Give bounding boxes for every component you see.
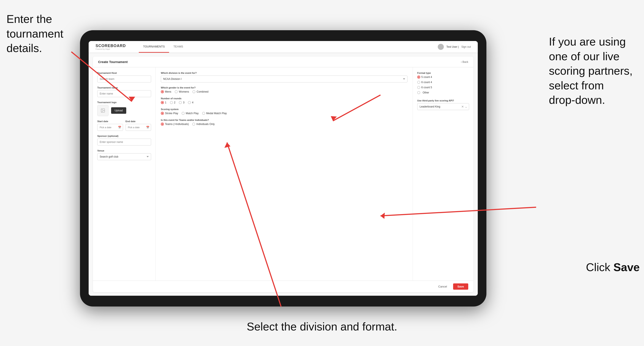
- scoring-medal[interactable]: Medal Match Play: [202, 112, 227, 115]
- start-date-label: Start date: [97, 120, 123, 123]
- format-6count4[interactable]: 6 count 4: [417, 81, 469, 84]
- col-left: Tournament Host Tournament name Tourname…: [93, 67, 156, 281]
- format-other-label: Other: [423, 91, 429, 94]
- rounds-4-radio[interactable]: [188, 101, 191, 104]
- tournament-name-label: Tournament name: [97, 86, 151, 89]
- rounds-4[interactable]: 4: [188, 101, 194, 104]
- end-date-label: End date: [126, 120, 151, 123]
- calendar-icon-end: 📅: [146, 126, 150, 129]
- nav-tab-tournaments[interactable]: TOURNAMENTS: [139, 41, 169, 53]
- format-6count5-radio[interactable]: [417, 86, 420, 89]
- scoring-medal-label: Medal Match Play: [206, 112, 227, 115]
- rounds-1-radio[interactable]: [161, 101, 164, 104]
- tablet-screen: SCOREBOARD Powered by Clippit TOURNAMENT…: [89, 41, 478, 296]
- app-body: Create Tournament ‹ Back Tournament Host…: [89, 53, 478, 296]
- rounds-3-label: 3: [183, 101, 184, 104]
- scoring-radio-group: Stroke Play Match Play Medal Match Play: [161, 112, 408, 115]
- venue-select[interactable]: Search golf club: [97, 153, 151, 160]
- gender-radio-group: Mens Womens Combined: [161, 90, 408, 93]
- tablet-frame: SCOREBOARD Powered by Clippit TOURNAMENT…: [80, 30, 486, 307]
- gender-label: Which gender is the event for?: [161, 86, 408, 89]
- gender-womens[interactable]: Womens: [175, 90, 189, 93]
- gender-combined-label: Combined: [196, 90, 208, 93]
- nav-tab-teams[interactable]: TEAMS: [169, 41, 188, 53]
- scoring-match[interactable]: Match Play: [182, 112, 198, 115]
- rounds-radio-group: 1 2 3: [161, 101, 408, 104]
- event-for-group: Is this event for Teams and/or Individua…: [161, 119, 408, 126]
- gender-group: Which gender is the event for? Mens Wome…: [161, 86, 408, 93]
- scoring-stroke-radio[interactable]: [161, 112, 164, 115]
- event-teams[interactable]: Teams (+Individuals): [161, 123, 189, 126]
- annotation-division: Select the division and format.: [247, 320, 397, 334]
- format-other[interactable]: Other: [417, 91, 469, 94]
- event-individuals[interactable]: Individuals Only: [192, 123, 215, 126]
- live-scoring-label: Use third-party live scoring API?: [417, 99, 469, 102]
- tournament-name-input[interactable]: [97, 90, 151, 97]
- rounds-label: Number of rounds: [161, 97, 408, 100]
- format-6count4-label: 6 count 4: [421, 81, 432, 84]
- back-button[interactable]: ‹ Back: [461, 60, 468, 63]
- event-teams-label: Teams (+Individuals): [165, 123, 189, 126]
- gender-combined-radio[interactable]: [192, 90, 196, 93]
- panel-title: Create Tournament: [98, 60, 128, 64]
- scoring-match-radio[interactable]: [182, 112, 184, 115]
- upload-button[interactable]: Upload: [111, 107, 126, 114]
- gender-combined[interactable]: Combined: [192, 90, 208, 93]
- other-option: Other: [417, 91, 469, 94]
- end-date-group: End date 📅: [126, 120, 151, 131]
- app-logo: SCOREBOARD: [96, 44, 126, 48]
- format-6count5-label: 6 count 5: [421, 86, 432, 89]
- live-scoring-clear-icon[interactable]: ✕ ⌄: [461, 105, 468, 108]
- format-type-group: Format type 5 count 4 6 count 4: [417, 72, 469, 94]
- scoring-medal-radio[interactable]: [202, 112, 205, 115]
- start-date-wrap: 📅: [97, 124, 123, 131]
- gender-mens[interactable]: Mens: [161, 90, 171, 93]
- sponsor-group: Sponsor (optional): [97, 135, 151, 146]
- gender-mens-label: Mens: [165, 90, 171, 93]
- rounds-2-radio[interactable]: [170, 101, 173, 104]
- sign-out-link[interactable]: Sign out: [461, 45, 471, 48]
- event-teams-radio[interactable]: [161, 123, 164, 126]
- panel-header: Create Tournament ‹ Back: [93, 57, 474, 67]
- gender-mens-radio[interactable]: [161, 90, 164, 93]
- tournament-logo-group: Tournament logo Upload: [97, 101, 151, 116]
- format-5count4-radio[interactable]: [417, 76, 420, 79]
- sponsor-label: Sponsor (optional): [97, 135, 151, 137]
- scoring-stroke[interactable]: Stroke Play: [161, 112, 178, 115]
- rounds-1[interactable]: 1: [161, 101, 166, 104]
- format-other-radio[interactable]: [417, 91, 420, 94]
- rounds-1-label: 1: [165, 101, 166, 104]
- division-select[interactable]: NCAA Division I: [161, 76, 408, 82]
- rounds-3[interactable]: 3: [179, 101, 184, 104]
- panel-body: Tournament Host Tournament name Tourname…: [93, 67, 474, 281]
- logo-placeholder-icon: [97, 105, 108, 116]
- tournament-host-label: Tournament Host: [97, 72, 151, 74]
- logo-upload-area: Upload: [97, 105, 151, 116]
- rounds-3-radio[interactable]: [179, 101, 182, 104]
- nav-tabs: TOURNAMENTS TEAMS: [139, 41, 188, 53]
- annotation-live-scoring: If you are usingone of our livescoring p…: [549, 34, 640, 108]
- rounds-2-label: 2: [174, 101, 176, 104]
- format-6count4-radio[interactable]: [417, 81, 420, 84]
- save-button[interactable]: Save: [453, 283, 468, 290]
- division-label: Which division is the event for?: [161, 72, 408, 74]
- logo-subtitle: Powered by Clippit: [96, 48, 126, 50]
- tournament-logo-label: Tournament logo: [97, 101, 151, 104]
- sponsor-input[interactable]: [97, 139, 151, 146]
- start-date-group: Start date 📅: [97, 120, 123, 131]
- app-header: SCOREBOARD Powered by Clippit TOURNAMENT…: [89, 41, 478, 53]
- create-tournament-panel: Create Tournament ‹ Back Tournament Host…: [93, 57, 474, 292]
- tournament-host-input[interactable]: [97, 76, 151, 82]
- cancel-button[interactable]: Cancel: [435, 283, 450, 290]
- format-6count5[interactable]: 6 count 5: [417, 86, 469, 89]
- col-right: Format type 5 count 4 6 count 4: [413, 67, 474, 281]
- rounds-2[interactable]: 2: [170, 101, 176, 104]
- event-individuals-radio[interactable]: [192, 123, 195, 126]
- gender-womens-radio[interactable]: [175, 90, 178, 93]
- svg-point-1: [102, 109, 102, 110]
- logo-area: SCOREBOARD Powered by Clippit: [96, 44, 126, 50]
- format-5count4[interactable]: 5 count 4: [417, 76, 469, 79]
- col-mid: Which division is the event for? NCAA Di…: [156, 67, 413, 281]
- scoring-match-label: Match Play: [186, 112, 198, 115]
- header-right: Test User | Sign out: [438, 44, 471, 50]
